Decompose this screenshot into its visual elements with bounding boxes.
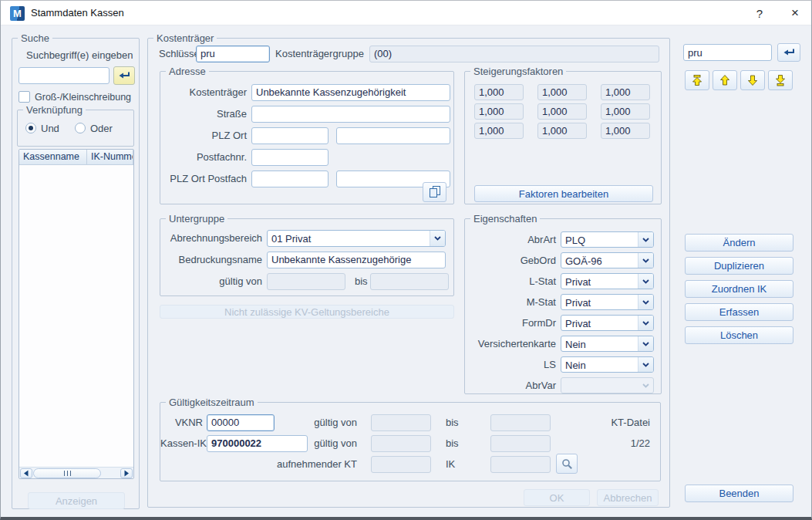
quit-button[interactable]: Beenden [685,485,793,502]
search-input[interactable] [19,67,110,84]
duplicate-button[interactable]: Duplizieren [685,257,793,275]
address-carrier-label: Kostenträger [160,86,247,98]
search-enter-button[interactable] [113,66,135,85]
search-prompt-label: Suchbegriff(e) eingeben [26,49,133,61]
scrollbar-thumb[interactable] [33,468,101,478]
copy-address-button[interactable] [423,182,446,202]
move-up-button[interactable] [713,70,737,90]
factor-field: 1,000 [474,123,524,139]
scroll-left-icon [23,470,29,477]
search-kt-button[interactable] [556,454,578,474]
mstat-label: M-Stat [465,296,556,308]
result-list-body[interactable] [19,165,133,467]
stammdaten-kassen-dialog: M Stammdaten Kassen ? × Suche Suchbegrif… [0,0,812,520]
billing-area-value: 01 Privat [268,231,430,246]
arrow-down-bar-icon [774,74,787,86]
abrart-select[interactable]: PLQ [561,231,654,248]
mstat-value: Privat [561,295,638,309]
abrvar-label: AbrVar [465,380,556,391]
subgroup-valid-to-field [370,273,449,290]
scroll-right-icon [123,470,130,477]
enter-arrow-icon [783,48,795,57]
factor-field: 1,000 [474,84,524,100]
plz-field[interactable] [251,127,329,144]
close-button[interactable]: × [783,3,807,23]
address-carrier-field[interactable]: Unbekannte Kassenzugehörigkeit [251,84,450,101]
vknr-valid-from-field [371,414,431,431]
receiver-ik-label: IK [446,458,455,470]
billing-area-label: Abrechnungsbereich [160,232,262,244]
jump-first-button[interactable] [685,70,709,90]
assign-ik-button[interactable]: Zuordnen IK [685,280,793,298]
title-bar: M Stammdaten Kassen ? × [1,1,811,25]
street-label: Straße [160,108,247,120]
help-button[interactable]: ? [747,3,772,23]
create-button[interactable]: Erfassen [685,303,793,321]
validity-group-legend: Gültigkeitszeitraum [166,397,258,408]
scroll-left-button[interactable] [20,468,32,478]
lstat-select[interactable]: Privat [561,273,654,289]
validity-group: Gültigkeitszeitraum VKNR 00000 gültig vo… [160,402,661,481]
gebord-label: GebOrd [465,255,556,266]
case-sensitive-checkbox[interactable] [19,91,30,103]
receiver-kt-field [371,456,431,473]
jump-last-button[interactable] [768,70,793,90]
gebord-select[interactable]: GOÄ-96 [561,252,654,268]
arrow-up-bar-icon [691,74,703,86]
column-header-ik-nummer[interactable]: IK-Nummer [87,150,133,164]
chevron-down-icon [638,295,653,309]
pobox-field[interactable] [251,149,329,166]
scroll-right-button[interactable] [120,468,133,478]
or-radio[interactable] [75,123,86,133]
case-sensitive-label: Groß-/Kleinschreibung [35,92,131,103]
print-name-label: Bedruckungsname [160,254,262,265]
subgroup-valid-from-field [267,273,345,290]
print-name-field[interactable]: Unbekannte Kassenzugehörige [267,252,446,268]
factors-group-legend: Steigerungsfaktoren [470,66,566,77]
abrart-label: AbrArt [465,234,556,245]
ok-button: OK [524,489,590,506]
ik-valid-from-label: gültig von [276,437,357,449]
formdr-select[interactable]: Privat [561,315,654,331]
ls-select[interactable]: Nein [561,356,654,373]
ort-field[interactable] [336,127,450,144]
versichertenkarte-value: Nein [561,336,638,351]
chevron-down-icon [638,274,653,289]
ls-value: Nein [561,357,638,372]
factors-group: Steigerungsfaktoren 1,000 1,000 1,000 1,… [464,71,662,204]
key-field[interactable]: pru [196,46,270,62]
chevron-down-icon [638,253,653,268]
street-field[interactable] [251,106,450,123]
kassen-ik-label: Kassen-IK [160,437,203,449]
ik-valid-from-field [371,435,431,452]
arrow-down-icon [746,74,759,86]
quick-search-input[interactable] [683,44,772,61]
quick-search-enter-button[interactable] [777,43,800,62]
receiver-kt-label: aufnehmender KT [261,458,357,470]
edit-factors-button[interactable]: Faktoren bearbeiten [474,185,653,202]
kt-file-label: KT-Datei [592,417,650,428]
column-header-kassenname[interactable]: Kassenname [19,150,87,164]
horizontal-scrollbar[interactable] [19,467,133,478]
plz-pobox-field1[interactable] [251,171,329,187]
kv-areas-button: Nicht zulässige KV-Geltungsbereiche [160,305,454,319]
chevron-down-icon [430,231,445,246]
change-button[interactable]: Ändern [685,234,793,252]
receiver-ik-field [490,456,551,473]
delete-button[interactable]: Löschen [685,326,793,344]
factor-field: 1,000 [601,84,650,100]
subgroup-valid-to-label: bis [355,275,368,287]
mstat-select[interactable]: Privat [561,294,654,310]
gebord-value: GOÄ-96 [561,253,638,268]
vknr-field[interactable]: 00000 [207,414,275,431]
plz-ort-label: PLZ Ort [160,130,247,141]
vknr-valid-from-label: gültig von [276,417,357,428]
lstat-value: Privat [561,274,638,289]
link-group-legend: Verknüpfung [23,104,86,116]
factor-field: 1,000 [537,84,587,100]
and-radio[interactable] [25,123,36,133]
billing-area-select[interactable]: 01 Privat [267,230,446,247]
abrvar-value [561,378,638,393]
versichertenkarte-select[interactable]: Nein [561,336,654,352]
move-down-button[interactable] [740,70,765,90]
